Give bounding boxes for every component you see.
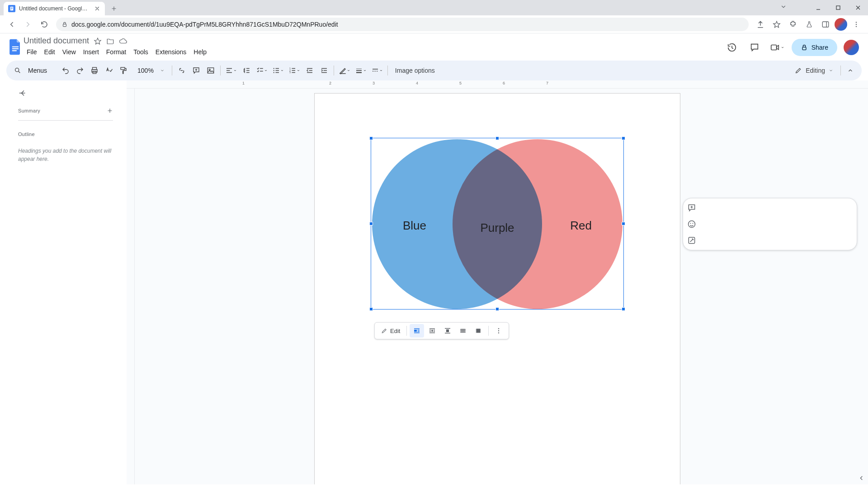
border-weight-button[interactable]: [353, 64, 368, 77]
close-tab-icon[interactable]: [94, 5, 100, 12]
undo-button[interactable]: [59, 64, 72, 77]
search-menus-button[interactable]: [11, 64, 24, 77]
resize-handle[interactable]: [622, 136, 625, 140]
cloud-status-icon[interactable]: [119, 37, 127, 45]
insert-image-button[interactable]: [204, 64, 217, 77]
emoji-reaction-button[interactable]: [685, 217, 698, 231]
history-icon[interactable]: [724, 39, 740, 56]
numbered-list-button[interactable]: 123: [287, 64, 302, 77]
forward-button[interactable]: [21, 17, 35, 32]
browser-tab[interactable]: Untitled document - Google Docs: [4, 2, 105, 15]
menu-format[interactable]: Format: [103, 47, 129, 57]
edit-label: Edit: [390, 328, 400, 334]
sidepanel-icon[interactable]: [818, 17, 833, 32]
print-button[interactable]: [88, 64, 101, 77]
menu-insert[interactable]: Insert: [80, 47, 102, 57]
image-options-button[interactable]: Image options: [391, 67, 439, 74]
wrap-inline-button[interactable]: [410, 324, 424, 338]
move-icon[interactable]: [106, 37, 114, 45]
explore-button[interactable]: [858, 474, 865, 482]
wrap-text-button[interactable]: [425, 324, 439, 338]
paint-format-button[interactable]: [117, 64, 130, 77]
comments-icon[interactable]: [746, 39, 763, 56]
new-tab-button[interactable]: [108, 2, 120, 15]
maximize-button[interactable]: [828, 0, 848, 15]
add-summary-button[interactable]: [107, 108, 113, 114]
close-window-button[interactable]: [848, 0, 868, 15]
canvas-area[interactable]: 1 2 3 4 5 6 7 Blue Purple Red: [127, 80, 868, 484]
workspace: Summary Outline Headings you add to the …: [0, 80, 868, 484]
outline-empty-hint: Headings you add to the document will ap…: [18, 147, 113, 163]
menu-tools[interactable]: Tools: [130, 47, 151, 57]
selected-drawing[interactable]: Blue Purple Red: [371, 138, 624, 310]
in-front-text-button[interactable]: [471, 324, 486, 338]
svg-point-36: [498, 332, 499, 333]
svg-point-8: [856, 23, 857, 24]
redo-button[interactable]: [73, 64, 87, 77]
address-bar[interactable]: docs.google.com/document/d/1uu9EQA-pdTgP…: [56, 18, 749, 31]
ruler-tick: 6: [503, 81, 505, 85]
document-title[interactable]: Untitled document: [24, 36, 89, 46]
menu-extensions[interactable]: Extensions: [152, 47, 189, 57]
star-icon[interactable]: [94, 37, 102, 45]
svg-point-24: [273, 72, 274, 73]
suggest-edits-button[interactable]: [685, 234, 698, 247]
break-text-button[interactable]: [440, 324, 455, 338]
add-comment-button[interactable]: [189, 64, 203, 77]
spellcheck-button[interactable]: [102, 64, 116, 77]
resize-handle[interactable]: [622, 307, 625, 311]
share-button[interactable]: Share: [792, 39, 837, 56]
zoom-display[interactable]: 100%: [137, 67, 155, 74]
extensions-icon[interactable]: [786, 17, 800, 32]
resize-handle[interactable]: [495, 307, 499, 311]
tabs-dropdown-icon[interactable]: [780, 4, 787, 10]
border-color-button[interactable]: [337, 64, 352, 77]
outdent-button[interactable]: [303, 64, 316, 77]
checklist-button[interactable]: [254, 64, 269, 77]
pencil-icon: [795, 67, 802, 74]
align-button[interactable]: [223, 64, 239, 77]
docs-logo[interactable]: [7, 36, 24, 58]
document-page[interactable]: Blue Purple Red Edit: [314, 93, 680, 484]
bulleted-list-button[interactable]: [270, 64, 286, 77]
reload-button[interactable]: [37, 17, 52, 32]
menu-file[interactable]: File: [24, 47, 40, 57]
labs-icon[interactable]: [802, 17, 816, 32]
resize-handle[interactable]: [369, 307, 373, 311]
insert-link-button[interactable]: [175, 64, 189, 77]
minimize-button[interactable]: [808, 0, 828, 15]
behind-text-button[interactable]: [456, 324, 470, 338]
bookmark-icon[interactable]: [769, 17, 784, 32]
collapse-outline-button[interactable]: [18, 89, 113, 98]
collapse-toolbar-button[interactable]: [844, 64, 857, 77]
add-comment-rail-button[interactable]: [685, 201, 698, 215]
image-more-button[interactable]: [491, 324, 506, 338]
menu-edit[interactable]: Edit: [41, 47, 58, 57]
line-spacing-button[interactable]: [240, 64, 253, 77]
resize-handle[interactable]: [369, 222, 373, 225]
menu-help[interactable]: Help: [190, 47, 210, 57]
edit-drawing-button[interactable]: Edit: [377, 328, 404, 334]
share-page-icon[interactable]: [753, 17, 768, 32]
menu-view[interactable]: View: [59, 47, 79, 57]
zoom-dropdown[interactable]: [156, 64, 169, 77]
ruler-tick: 1: [242, 81, 245, 85]
svg-rect-2: [11, 8, 13, 9]
resize-handle[interactable]: [369, 136, 373, 140]
horizontal-ruler[interactable]: 1 2 3 4 5 6 7: [127, 80, 868, 89]
mode-button[interactable]: Editing: [790, 67, 838, 74]
svg-rect-6: [822, 22, 829, 27]
account-avatar[interactable]: [844, 40, 859, 55]
menus-label[interactable]: Menus: [25, 64, 50, 77]
svg-rect-14: [802, 47, 806, 50]
vertical-ruler[interactable]: [127, 89, 135, 484]
back-button[interactable]: [5, 17, 19, 32]
indent-button[interactable]: [317, 64, 331, 77]
meet-icon[interactable]: [769, 39, 785, 56]
resize-handle[interactable]: [495, 136, 499, 140]
chrome-menu-icon[interactable]: [849, 17, 863, 32]
browser-profile-avatar[interactable]: [835, 18, 847, 31]
resize-handle[interactable]: [622, 222, 625, 225]
border-dash-button[interactable]: [369, 64, 385, 77]
browser-omnibar: docs.google.com/document/d/1uu9EQA-pdTgP…: [0, 15, 868, 33]
